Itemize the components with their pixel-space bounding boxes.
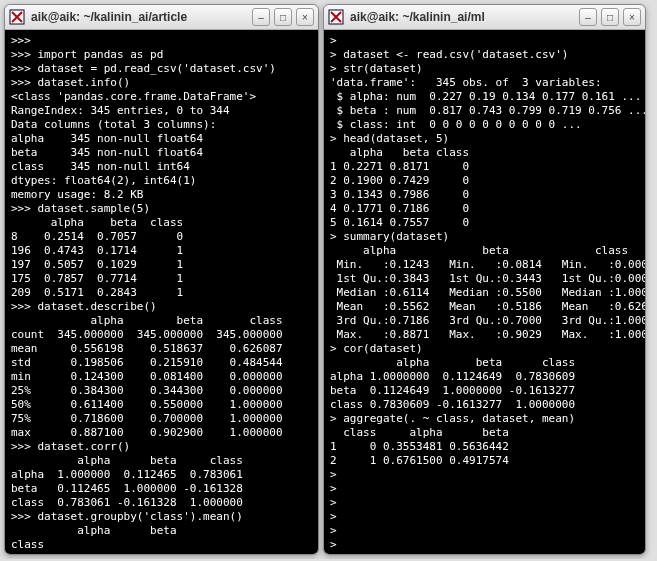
window-buttons-right: – □ × [579, 8, 641, 26]
window-buttons-left: – □ × [252, 8, 314, 26]
maximize-button[interactable]: □ [274, 8, 292, 26]
close-button[interactable]: × [296, 8, 314, 26]
terminal-window-left: aik@aik: ~/kalinin_ai/article – □ × >>> … [4, 4, 319, 555]
close-button[interactable]: × [623, 8, 641, 26]
titlebar-left[interactable]: aik@aik: ~/kalinin_ai/article – □ × [5, 5, 318, 30]
xterm-icon [328, 9, 344, 25]
terminal-output-left[interactable]: >>> >>> import pandas as pd >>> dataset … [5, 30, 318, 554]
minimize-button[interactable]: – [252, 8, 270, 26]
window-title-left: aik@aik: ~/kalinin_ai/article [31, 10, 252, 24]
terminal-output-right[interactable]: > > dataset <- read.csv('dataset.csv') >… [324, 30, 645, 554]
terminal-window-right: aik@aik: ~/kalinin_ai/ml – □ × > > datas… [323, 4, 646, 555]
minimize-button[interactable]: – [579, 8, 597, 26]
window-title-right: aik@aik: ~/kalinin_ai/ml [350, 10, 579, 24]
maximize-button[interactable]: □ [601, 8, 619, 26]
titlebar-right[interactable]: aik@aik: ~/kalinin_ai/ml – □ × [324, 5, 645, 30]
xterm-icon [9, 9, 25, 25]
